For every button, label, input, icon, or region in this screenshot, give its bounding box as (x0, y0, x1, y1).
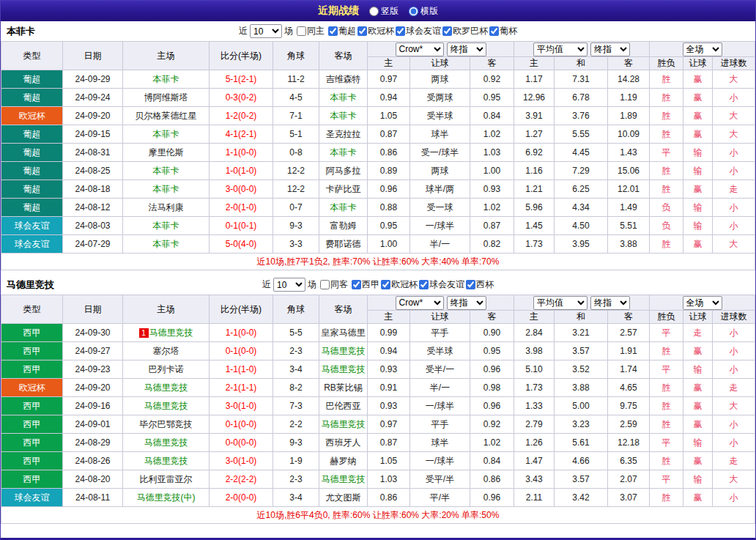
layout-horizontal-option[interactable]: 横版 (409, 5, 438, 18)
cell-home-team: 1马德里竞技 (123, 324, 210, 342)
league-badge: 西甲 (1, 360, 63, 379)
col-header-avg-away: 客 (608, 57, 650, 70)
cell-avg-away: 1.89 (608, 107, 650, 125)
league-filter-option[interactable]: 欧冠杯 (381, 278, 418, 291)
avg-final-select[interactable]: 终指 (590, 296, 630, 310)
cell-goals-result: 小 (713, 162, 755, 180)
cell-crown-home-odds: 0.97 (368, 70, 410, 89)
layout-vertical-radio[interactable] (369, 7, 379, 16)
league-filter-checkbox[interactable] (357, 26, 367, 36)
odds-final-select[interactable]: 终指 (447, 42, 486, 56)
cell-avg-draw: 4.50 (555, 217, 608, 235)
cell-goals-result: 小 (713, 144, 755, 162)
cell-goals-result: 大 (713, 235, 755, 254)
filter-near-label: 近 (239, 25, 248, 37)
avg-type-select[interactable]: 平均值 (533, 42, 588, 56)
league-filter-option[interactable]: 葡超 (328, 25, 356, 37)
cell-date: 24-08-18 (63, 180, 123, 199)
cell-handicap-result: 赢 (683, 415, 713, 434)
avg-final-select[interactable]: 终指 (590, 42, 630, 56)
league-filter-option[interactable]: 西杯 (466, 278, 494, 291)
cell-corner: 3-4 (273, 489, 319, 507)
cell-result: 胜 (650, 125, 683, 144)
cell-avg-draw: 3.21 (555, 324, 608, 342)
same-venue-checkbox-option[interactable]: 同客 (320, 278, 348, 291)
league-filter-option[interactable]: 葡杯 (489, 25, 517, 37)
scope-select[interactable]: 全场 (683, 42, 722, 56)
cell-crown-away-odds: 0.96 (470, 489, 514, 507)
league-filter-checkbox[interactable] (442, 26, 452, 36)
layout-horizontal-radio[interactable] (409, 7, 418, 16)
league-filter-option[interactable]: 球会友谊 (419, 278, 464, 291)
same-venue-checkbox-option[interactable]: 同主 (297, 25, 325, 37)
league-filter-checkbox[interactable] (419, 280, 429, 289)
cell-crown-away-odds: 0.98 (470, 379, 514, 397)
cell-avg-away: 12.18 (608, 434, 650, 452)
cell-handicap-result: 赢 (683, 107, 713, 125)
match-count-select[interactable]: 10 (273, 278, 305, 292)
filter-near-label: 近 (262, 278, 271, 291)
layout-vertical-label: 竖版 (381, 5, 399, 18)
odds-company-select[interactable]: Crow* (396, 296, 444, 310)
cell-goals-result: 小 (713, 324, 755, 342)
league-filter-checkbox[interactable] (381, 280, 390, 289)
cell-goals-result: 大 (713, 125, 755, 144)
match-row: 西甲24-09-23巴列卡诺1-1(1-0)3-4马德里竞技0.93受半/一0.… (1, 360, 755, 379)
section-head: 本菲卡 近 10 场 同主 葡超欧冠杯球会友谊欧罗巴杯葡杯 (1, 21, 755, 41)
col-header-score: 比分(半场) (210, 295, 273, 324)
same-venue-checkbox[interactable] (297, 26, 306, 36)
average-odds-controls: 平均值终指 (514, 42, 650, 57)
cell-handicap-result: 输 (683, 434, 713, 452)
league-badge: 西甲 (1, 324, 63, 342)
league-filter-option[interactable]: 欧罗巴杯 (442, 25, 488, 37)
cell-avg-home: 3.98 (514, 342, 555, 360)
league-filter-checkbox[interactable] (489, 26, 499, 36)
odds-final-select[interactable]: 终指 (447, 296, 486, 310)
league-filter-checkbox[interactable] (352, 280, 361, 289)
col-header-handicap: 让球 (410, 311, 470, 324)
league-filter-checkbox[interactable] (466, 280, 475, 289)
league-filter-label: 球会友谊 (406, 25, 441, 37)
cell-result: 胜 (650, 107, 683, 125)
league-filter-label: 欧罗巴杯 (453, 25, 488, 37)
col-header-avg-home: 主 (514, 57, 555, 70)
cell-avg-draw: 4.66 (555, 452, 608, 470)
match-row: 葡超24-08-18本菲卡3-0(0-0)12-2卡萨比亚0.96球半/两0.9… (1, 180, 755, 199)
league-filter-label: 欧冠杯 (368, 25, 394, 37)
cell-avg-home: 6.92 (514, 144, 555, 162)
league-filter-checkbox[interactable] (396, 26, 405, 36)
crown-odds-controls: Crow*终指 (368, 295, 514, 311)
cell-goals-result: 大 (713, 70, 755, 89)
cell-avg-home: 1.27 (514, 125, 555, 144)
league-filters: 西甲欧冠杯球会友谊西杯 (350, 278, 494, 292)
team-title: 本菲卡 (7, 25, 35, 38)
cell-avg-away: 1.43 (608, 144, 650, 162)
cell-score: 5-0(4-0) (210, 235, 273, 254)
league-filter-option[interactable]: 西甲 (352, 278, 379, 291)
league-filter-option[interactable]: 欧冠杯 (357, 25, 394, 37)
cell-crown-home-odds: 0.86 (368, 144, 410, 162)
cell-crown-home-odds: 0.91 (368, 379, 410, 397)
cell-away-team: 本菲卡 (319, 89, 368, 107)
cell-away-team: 马德里竞技 (319, 360, 368, 379)
layout-vertical-option[interactable]: 竖版 (369, 5, 399, 18)
cell-avg-away: 5.51 (608, 217, 650, 235)
scope-select[interactable]: 全场 (683, 296, 722, 310)
same-venue-checkbox[interactable] (320, 280, 330, 289)
cell-avg-draw: 7.29 (555, 162, 608, 180)
league-filter-option[interactable]: 球会友谊 (396, 25, 441, 37)
col-header-avg-draw: 和 (555, 57, 608, 70)
cell-home-team: 本菲卡 (123, 125, 210, 144)
odds-company-select[interactable]: Crow* (396, 42, 444, 56)
avg-type-select[interactable]: 平均值 (533, 296, 588, 310)
match-count-select[interactable]: 10 (250, 24, 282, 38)
cell-home-team: 马德里竞技 (123, 379, 210, 397)
league-filter-label: 球会友谊 (429, 278, 464, 291)
cell-date: 24-09-29 (63, 70, 123, 89)
cell-away-team: 阿马多拉 (319, 162, 368, 180)
cell-goals-result: 大 (713, 470, 755, 489)
cell-handicap: 平手 (410, 324, 470, 342)
league-filter-checkbox[interactable] (328, 26, 338, 36)
cell-date: 24-08-25 (63, 162, 123, 180)
cell-handicap: 受半/一 (410, 360, 470, 379)
